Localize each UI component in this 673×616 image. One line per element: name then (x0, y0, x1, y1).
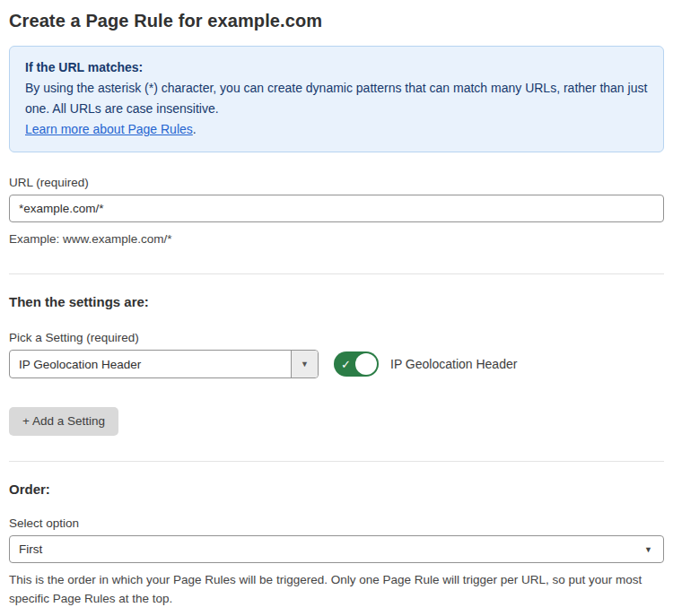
setting-row: IP Geolocation Header ▼ ✓ IP Geolocation… (9, 350, 664, 378)
caret-down-icon: ▼ (644, 545, 652, 554)
order-select-value: First (19, 542, 644, 556)
url-input[interactable] (9, 195, 664, 222)
url-example-helper: Example: www.example.com/* (9, 230, 664, 248)
settings-heading: Then the settings are: (9, 294, 664, 309)
check-icon: ✓ (341, 359, 351, 370)
order-helper-text: This is the order in which your Page Rul… (9, 570, 664, 608)
page-title: Create a Page Rule for example.com (9, 11, 664, 31)
callout-link-line: Learn more about Page Rules. (25, 119, 648, 140)
order-select[interactable]: First ▼ (9, 535, 664, 563)
add-setting-button[interactable]: + Add a Setting (9, 407, 118, 436)
url-matches-callout: If the URL matches: By using the asteris… (9, 46, 664, 152)
toggle-label: IP Geolocation Header (390, 357, 517, 371)
url-label: URL (required) (9, 176, 664, 189)
link-suffix: . (193, 122, 197, 136)
setting-dropdown-value: IP Geolocation Header (10, 351, 291, 377)
divider (9, 273, 664, 274)
order-heading: Order: (9, 482, 664, 497)
chevron-down-icon[interactable]: ▼ (291, 351, 318, 377)
geolocation-toggle-wrap: ✓ IP Geolocation Header (334, 351, 517, 377)
pick-setting-label: Pick a Setting (required) (9, 331, 664, 344)
learn-more-link[interactable]: Learn more about Page Rules (25, 122, 193, 136)
url-field-group: URL (required) Example: www.example.com/… (9, 176, 664, 248)
callout-body: By using the asterisk (*) character, you… (25, 78, 648, 119)
divider (9, 461, 664, 462)
toggle-knob (355, 353, 377, 375)
create-page-rule-form: Create a Page Rule for example.com If th… (0, 0, 673, 616)
geolocation-toggle[interactable]: ✓ (334, 351, 379, 377)
setting-dropdown[interactable]: IP Geolocation Header ▼ (9, 350, 319, 378)
order-select-label: Select option (9, 516, 664, 530)
callout-heading: If the URL matches: (25, 57, 648, 78)
